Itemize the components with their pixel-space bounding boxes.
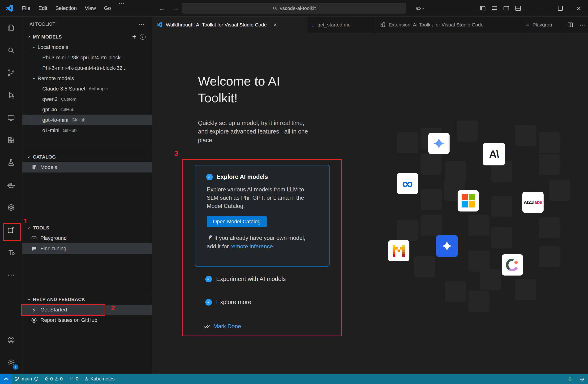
editor-area: Walkthrough: AI Toolkit for Visual Studi… — [152, 17, 588, 374]
minimize-button[interactable]: – — [533, 0, 551, 17]
settings-gear-icon[interactable]: 1 — [0, 351, 22, 374]
model-item-qwen2[interactable]: qwen2 Custom — [22, 94, 152, 105]
menu-file[interactable]: File — [18, 0, 34, 17]
copilot-menu[interactable]: › — [415, 0, 424, 17]
docker-icon[interactable] — [0, 174, 22, 196]
decor-square — [539, 154, 560, 175]
catalog-models-item[interactable]: Models — [22, 162, 152, 172]
check-icon: ✓ — [206, 174, 213, 180]
menu-selection[interactable]: Selection — [51, 0, 81, 17]
more-actions-icon[interactable]: ⋯ — [580, 21, 586, 29]
playground-icon — [31, 235, 37, 241]
vscode-logo-icon — [5, 4, 14, 13]
maximize-button[interactable] — [551, 0, 569, 17]
menu-edit[interactable]: Edit — [34, 0, 51, 17]
step-experiment[interactable]: ✓ Experiment with AI models — [205, 276, 286, 282]
testing-beaker-icon[interactable] — [0, 151, 22, 174]
run-debug-icon[interactable] — [0, 84, 22, 106]
model-item-phi3-4k[interactable]: Phi-3-mini-4k-cpu-int4-rtn-block-32... — [22, 63, 152, 73]
tab-extension-page[interactable]: Extension: AI Toolkit for Visual Studio … — [375, 17, 521, 33]
tab-walkthrough[interactable]: Walkthrough: AI Toolkit for Visual Studi… — [152, 17, 307, 33]
model-item-claude[interactable]: Claude 3.5 Sonnet Anthropic — [22, 84, 152, 94]
section-tools[interactable]: › TOOLS — [22, 223, 152, 233]
chevron-down-icon: › — [26, 297, 32, 302]
bell-icon — [579, 376, 585, 382]
model-item-gpt4o[interactable]: gpt-4o GitHub — [22, 105, 152, 115]
provider-badge: GitHub — [72, 117, 85, 123]
remote-inference-link[interactable]: remote inference — [230, 243, 273, 250]
source-control-icon[interactable] — [0, 62, 22, 84]
section-catalog[interactable]: › CATALOG — [22, 152, 152, 162]
close-button[interactable]: × — [569, 0, 588, 17]
decor-square — [539, 246, 560, 267]
menu-view[interactable]: View — [81, 0, 100, 17]
back-arrow-icon[interactable]: ← — [159, 4, 165, 12]
extensions-icon[interactable] — [0, 129, 22, 151]
toggle-panel-icon[interactable] — [491, 5, 498, 12]
model-item-o1-mini[interactable]: o1-mini GitHub — [22, 125, 152, 136]
section-my-models[interactable]: › MY MODELS + i — [22, 32, 152, 42]
tools-playground-item[interactable]: Playground — [22, 233, 152, 243]
more-views-icon[interactable]: ⋯ — [0, 263, 22, 286]
decor-square — [445, 161, 466, 182]
ai-toolkit-icon[interactable] — [0, 219, 22, 241]
chevron-down-icon: › — [26, 34, 32, 40]
ports-item[interactable]: 0 — [66, 374, 81, 384]
notifications-item[interactable] — [576, 374, 588, 384]
decor-square — [480, 269, 501, 290]
branch-item[interactable]: main — [12, 374, 42, 384]
search-view-icon[interactable] — [0, 39, 22, 62]
model-item-gpt4o-mini[interactable]: gpt-4o-mini GitHub — [22, 115, 152, 125]
activity-bar: ⋯ 1 — [0, 17, 22, 374]
kubernetes-context-item[interactable]: ⚠ Kubernetes — [82, 374, 118, 384]
mark-done-button[interactable]: Mark Done — [203, 323, 241, 330]
menu-go[interactable]: Go — [100, 0, 115, 17]
tree-group-remote-models[interactable]: › Remote models — [22, 73, 152, 84]
info-icon[interactable]: i — [140, 34, 146, 40]
help-get-started-item[interactable]: Get Started — [22, 305, 152, 315]
command-center-search[interactable]: vscode-ai-toolkit — [182, 3, 406, 14]
menu-more-icon[interactable]: ⋯ — [115, 0, 128, 17]
decor-square — [515, 279, 536, 300]
split-editor-icon[interactable] — [567, 22, 573, 28]
kubernetes-icon[interactable] — [0, 196, 22, 219]
tab-close-icon[interactable]: × — [273, 21, 277, 29]
gemini-logo — [428, 133, 450, 154]
sidebar-more-icon[interactable]: ⋯ — [138, 21, 145, 28]
decor-square — [414, 256, 435, 277]
remote-explorer-icon[interactable] — [0, 106, 22, 129]
tab-playground[interactable]: ≡ Playgrou — [521, 17, 562, 33]
toggle-sidebar-right-icon[interactable] — [503, 5, 510, 12]
open-model-catalog-button[interactable]: Open Model Catalog — [207, 216, 267, 227]
playground-tab-icon: ≡ — [526, 21, 529, 28]
tools-finetuning-item[interactable]: Fine-tuning — [22, 243, 152, 254]
copilot-icon — [415, 5, 421, 11]
teams-toolkit-icon[interactable] — [0, 241, 22, 263]
add-model-icon[interactable]: + — [132, 34, 136, 40]
provider-badge: GitHub — [63, 128, 77, 133]
model-item-phi3-128k[interactable]: Phi-3-mini-128k-cpu-int4-rtn-block-... — [22, 52, 152, 63]
editor-actions: ⋯ — [562, 17, 588, 33]
vscode-file-icon — [157, 22, 163, 28]
customize-layout-icon[interactable] — [515, 5, 521, 12]
status-bar: >< main ⊘0 ⚠0 0 ⚠ Kubernetes — [0, 374, 588, 384]
sliders-icon — [31, 246, 37, 252]
section-help-feedback[interactable]: › HELP AND FEEDBACK — [22, 294, 152, 305]
decor-square — [468, 291, 489, 312]
help-report-issues-item[interactable]: Report Issues on GitHub — [22, 315, 152, 325]
warning-icon: ⚠ — [84, 376, 89, 382]
tab-get-started-md[interactable]: ↓ get_started.md — [307, 17, 375, 33]
problems-item[interactable]: ⊘0 ⚠0 — [42, 374, 66, 384]
forward-arrow-icon[interactable]: → — [172, 4, 179, 12]
copilot-status-item[interactable] — [564, 374, 576, 384]
toggle-sidebar-left-icon[interactable] — [479, 5, 486, 12]
remote-indicator[interactable]: >< — [0, 374, 12, 384]
explorer-icon[interactable] — [0, 17, 22, 39]
tree-group-local-models[interactable]: › Local models — [22, 42, 152, 52]
provider-badge: Anthropic — [89, 86, 107, 91]
zap-icon — [31, 307, 37, 313]
step-explore-more[interactable]: ✓ Explore more — [205, 299, 251, 306]
step-explore-ai-models[interactable]: ✓ Explore AI models Explore various AI m… — [195, 165, 330, 267]
double-check-icon — [203, 323, 210, 330]
account-icon[interactable] — [0, 329, 22, 351]
